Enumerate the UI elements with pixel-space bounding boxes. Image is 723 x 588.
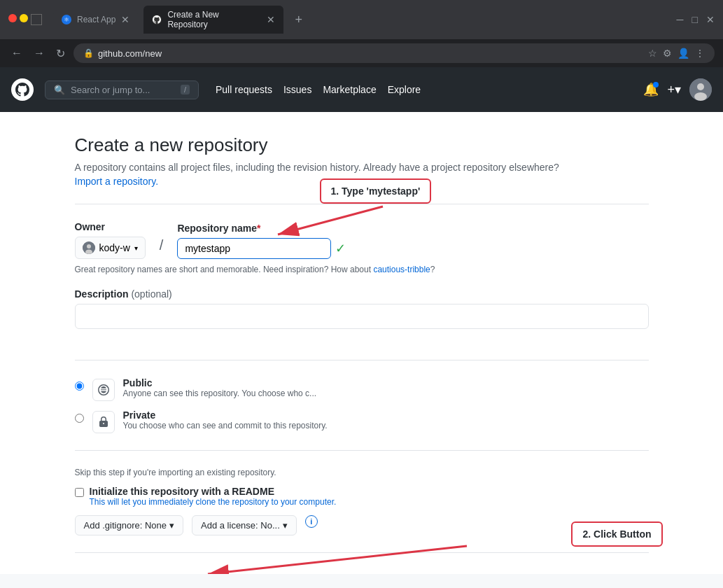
browser-tab-react[interactable]: ⚛ React App ✕ <box>53 10 138 29</box>
init-readme-text: Initialize this repository with a README… <box>90 486 337 507</box>
repo-name-hint: Great repository names are short and mem… <box>75 265 649 274</box>
owner-group: Owner kody-w ▾ <box>75 221 146 259</box>
private-radio[interactable] <box>75 414 84 423</box>
bookmark-icon[interactable]: ☆ <box>648 48 657 59</box>
extensions-icon[interactable]: ⚙ <box>663 48 672 59</box>
search-placeholder: Search or jump to... <box>71 85 150 95</box>
private-icon <box>92 411 115 433</box>
public-icon <box>92 379 115 401</box>
browser-tab-github[interactable]: Create a New Repository ✕ <box>143 6 283 34</box>
svg-line-6 <box>208 546 467 574</box>
browser-titlebar: ⚛ React App ✕ Create a New Repository ✕ … <box>0 0 723 39</box>
notifications-bell[interactable]: 🔔 <box>643 82 659 97</box>
extra-options: Add .gitignore: None ▾ Add a license: No… <box>75 515 649 536</box>
tab2-close[interactable]: ✕ <box>267 14 275 25</box>
repo-name-label: Repository name* <box>177 223 346 234</box>
user-avatar[interactable] <box>689 78 712 101</box>
tab1-favicon: ⚛ <box>62 15 71 24</box>
url-text: github.com/new <box>98 48 162 59</box>
page-subtitle: A repository contains all project files,… <box>75 162 649 173</box>
description-group: Description (optional) <box>75 288 649 343</box>
search-shortcut: / <box>181 85 190 94</box>
tab2-favicon <box>152 15 162 24</box>
lock-icon: 🔒 <box>83 48 94 58</box>
tab1-close[interactable]: ✕ <box>121 14 129 25</box>
main-form: 1. Type 'mytestapp' 2. Click Button Crea… <box>47 112 677 574</box>
import-link[interactable]: Import a repository. <box>75 176 159 187</box>
private-option: Private You choose who can see and commi… <box>75 410 649 433</box>
public-text: Public Anyone can see this repository. Y… <box>123 377 317 398</box>
close-icon[interactable]: ✕ <box>706 14 715 25</box>
divider-2 <box>75 360 649 360</box>
gitignore-dropdown-icon: ▾ <box>169 520 174 531</box>
skip-hint: Skip this step if you're importing an ex… <box>75 468 649 477</box>
tab1-label: React App <box>77 15 115 24</box>
divider-4 <box>75 552 649 553</box>
init-readme-option: Initialize this repository with a README… <box>75 486 649 507</box>
divider-3 <box>75 450 649 451</box>
window-close-btn[interactable] <box>8 14 17 22</box>
nav-marketplace[interactable]: Marketplace <box>323 84 376 95</box>
create-menu[interactable]: +▾ <box>667 82 681 97</box>
annotation-box-1: 1. Type 'mytestapp' <box>320 178 432 204</box>
public-radio[interactable] <box>75 382 84 391</box>
owner-label: Owner <box>75 221 146 232</box>
nav-links: Pull requests Issues Marketplace Explore <box>216 84 421 95</box>
window-max-btn[interactable] <box>31 14 42 25</box>
init-section: Skip this step if you're importing an ex… <box>75 468 649 536</box>
public-option: Public Anyone can see this repository. Y… <box>75 377 649 401</box>
annotation-box-2: 2. Click Button <box>571 522 662 547</box>
svg-point-1 <box>697 83 704 90</box>
browser-addressbar: ← → ↻ 🔒 github.com/new ☆ ⚙ 👤 ⋮ <box>0 39 723 67</box>
back-button[interactable]: ← <box>8 44 25 62</box>
suggestion-link[interactable]: cautious-tribble <box>373 265 430 274</box>
owner-name: kody-w <box>99 242 130 253</box>
nav-explore[interactable]: Explore <box>388 84 421 95</box>
maximize-icon[interactable]: □ <box>692 14 698 25</box>
address-bar[interactable]: 🔒 github.com/new ☆ ⚙ 👤 ⋮ <box>73 43 715 63</box>
page-title: Create a new repository <box>75 134 649 156</box>
github-logo[interactable] <box>11 78 34 101</box>
menu-icon[interactable]: ⋮ <box>695 48 705 59</box>
svg-point-8 <box>87 244 91 248</box>
nav-pull-requests[interactable]: Pull requests <box>216 84 272 95</box>
repo-name-input[interactable] <box>177 238 331 259</box>
address-bar-icons: ☆ ⚙ 👤 ⋮ <box>648 48 705 59</box>
repo-name-group: Repository name* ✓ <box>177 223 346 259</box>
refresh-button[interactable]: ↻ <box>53 44 68 63</box>
description-input[interactable] <box>75 304 649 329</box>
browser-window: ⚛ React App ✕ Create a New Repository ✕ … <box>0 0 723 574</box>
page-content: 1. Type 'mytestapp' 2. Click Button Crea… <box>0 112 723 574</box>
license-dropdown-icon: ▾ <box>283 520 288 531</box>
repo-name-input-row: ✓ <box>177 238 346 259</box>
init-readme-checkbox[interactable] <box>75 488 84 497</box>
notification-indicator <box>653 82 659 88</box>
nav-issues[interactable]: Issues <box>283 84 311 95</box>
forward-button[interactable]: → <box>31 44 48 62</box>
license-select[interactable]: Add a license: No... ▾ <box>192 515 297 536</box>
nav-right: 🔔 +▾ <box>643 78 712 101</box>
github-navbar: 🔍 Search or jump to... / Pull requests I… <box>0 67 723 112</box>
info-icon[interactable]: i <box>305 515 318 528</box>
user-icon[interactable]: 👤 <box>678 48 689 59</box>
valid-checkmark: ✓ <box>335 241 346 256</box>
divider-1 <box>75 204 649 204</box>
tab2-label: Create a New Repository <box>167 10 261 29</box>
owner-avatar <box>83 241 95 254</box>
window-min-btn[interactable] <box>20 14 28 22</box>
gitignore-select[interactable]: Add .gitignore: None ▾ <box>75 515 184 536</box>
owner-repo-row: Owner kody-w ▾ / Repository name* <box>75 221 649 259</box>
new-tab-button[interactable]: + <box>289 10 308 30</box>
description-label: Description (optional) <box>75 288 649 300</box>
private-text: Private You choose who can see and commi… <box>123 410 328 430</box>
minimize-icon[interactable]: ─ <box>677 14 684 25</box>
owner-dropdown-icon: ▾ <box>134 244 138 252</box>
required-indicator: * <box>257 223 260 234</box>
search-icon: 🔍 <box>54 85 65 95</box>
owner-select[interactable]: kody-w ▾ <box>75 237 146 259</box>
search-box[interactable]: 🔍 Search or jump to... / <box>45 80 199 99</box>
svg-point-2 <box>694 92 707 101</box>
slash-divider: / <box>160 237 164 259</box>
